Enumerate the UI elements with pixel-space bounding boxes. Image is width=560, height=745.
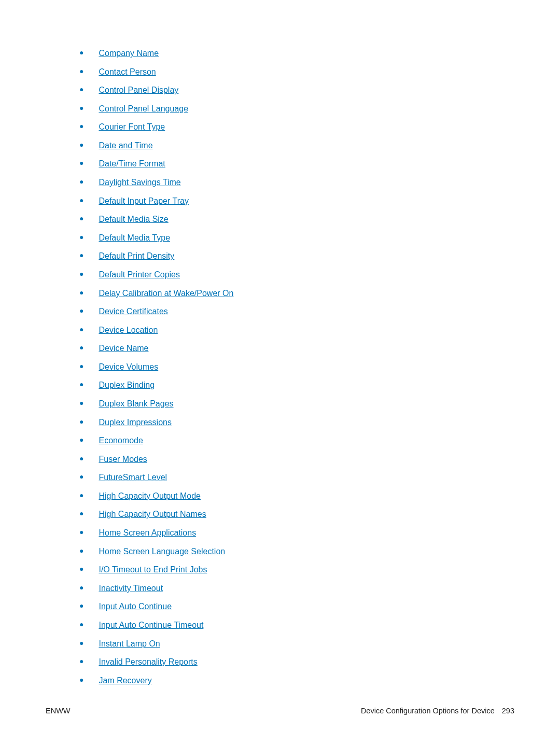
config-option-link[interactable]: Economode — [99, 435, 143, 446]
bullet-icon: ● — [79, 214, 83, 224]
list-item: ●Duplex Binding — [79, 379, 514, 391]
list-item: ●I/O Timeout to End Print Jobs — [79, 564, 514, 575]
list-item: ●Instant Lamp On — [79, 638, 514, 650]
bullet-icon: ● — [79, 85, 83, 95]
list-item: ●Courier Font Type — [79, 121, 514, 133]
link-list-container: ●Company Name●Contact Person●Control Pan… — [46, 48, 514, 686]
config-option-link[interactable]: Fuser Modes — [99, 454, 147, 465]
list-item: ●Device Location — [79, 325, 514, 336]
list-item: ●Input Auto Continue Timeout — [79, 620, 514, 631]
bullet-icon: ● — [79, 454, 83, 464]
footer-left: ENWW — [46, 707, 71, 715]
config-option-link[interactable]: Delay Calibration at Wake/Power On — [99, 288, 233, 299]
config-option-link[interactable]: Duplex Binding — [99, 379, 155, 391]
bullet-icon: ● — [79, 250, 83, 261]
config-option-link[interactable]: Invalid Personality Reports — [99, 656, 197, 668]
config-option-link[interactable]: Control Panel Display — [99, 85, 178, 96]
config-option-link[interactable]: High Capacity Output Names — [99, 509, 206, 520]
config-option-link[interactable]: Default Input Paper Tray — [99, 195, 188, 207]
list-item: ●Device Volumes — [79, 361, 514, 373]
footer-section-title: Device Configuration Options for Device — [361, 707, 495, 715]
list-item: ●Fuser Modes — [79, 454, 514, 465]
bullet-icon: ● — [79, 398, 83, 409]
config-option-link[interactable]: Control Panel Language — [99, 103, 188, 115]
list-item: ●Contact Person — [79, 66, 514, 78]
list-item: ●Home Screen Language Selection — [79, 546, 514, 557]
bullet-icon: ● — [79, 564, 83, 574]
bullet-icon: ● — [79, 195, 83, 206]
config-option-link[interactable]: Jam Recovery — [99, 675, 151, 686]
list-item: ●Default Print Density — [79, 250, 514, 262]
bullet-icon: ● — [79, 288, 83, 298]
bullet-icon: ● — [79, 48, 83, 58]
config-option-link[interactable]: FutureSmart Level — [99, 472, 167, 483]
bullet-icon: ● — [79, 509, 83, 519]
config-option-link[interactable]: Company Name — [99, 48, 159, 59]
list-item: ●Economode — [79, 435, 514, 446]
config-option-link[interactable]: Home Screen Applications — [99, 527, 196, 539]
footer-right: Device Configuration Options for Device … — [361, 707, 514, 715]
config-option-link[interactable]: Default Media Type — [99, 232, 170, 244]
config-option-link[interactable]: Date and Time — [99, 140, 152, 151]
config-option-link[interactable]: Duplex Impressions — [99, 417, 172, 428]
bullet-icon: ● — [79, 490, 83, 501]
list-item: ●Home Screen Applications — [79, 527, 514, 539]
config-option-link[interactable]: Duplex Blank Pages — [99, 398, 173, 410]
config-option-link[interactable]: Home Screen Language Selection — [99, 546, 225, 557]
list-item: ●Company Name — [79, 48, 514, 59]
list-item: ●Duplex Impressions — [79, 417, 514, 428]
bullet-icon: ● — [79, 325, 83, 335]
config-option-link[interactable]: Default Printer Copies — [99, 269, 180, 280]
bullet-icon: ● — [79, 103, 83, 114]
list-item: ●Default Input Paper Tray — [79, 195, 514, 207]
config-option-link[interactable]: Inactivity Timeout — [99, 583, 163, 594]
page-footer: ENWW Device Configuration Options for De… — [46, 707, 514, 715]
config-option-link[interactable]: Input Auto Continue — [99, 601, 172, 612]
config-option-link[interactable]: Input Auto Continue Timeout — [99, 620, 203, 631]
list-item: ●Input Auto Continue — [79, 601, 514, 612]
config-option-link[interactable]: I/O Timeout to End Print Jobs — [99, 564, 207, 575]
list-item: ●Jam Recovery — [79, 675, 514, 686]
config-option-link[interactable]: Device Location — [99, 325, 158, 336]
list-item: ●Default Media Size — [79, 214, 514, 225]
bullet-icon: ● — [79, 601, 83, 611]
bullet-icon: ● — [79, 583, 83, 593]
bullet-icon: ● — [79, 177, 83, 187]
config-option-link[interactable]: Device Certificates — [99, 306, 167, 317]
list-item: ●Device Name — [79, 343, 514, 354]
config-option-link[interactable]: Date/Time Format — [99, 158, 165, 170]
list-item: ●Duplex Blank Pages — [79, 398, 514, 410]
bullet-icon: ● — [79, 638, 83, 649]
list-item: ●Date and Time — [79, 140, 514, 151]
page-content: ●Company Name●Contact Person●Control Pan… — [0, 0, 560, 745]
bullet-icon: ● — [79, 620, 83, 630]
list-item: ●High Capacity Output Mode — [79, 490, 514, 502]
list-item: ●Date/Time Format — [79, 158, 514, 170]
list-item: ●Inactivity Timeout — [79, 583, 514, 594]
list-item: ●Invalid Personality Reports — [79, 656, 514, 668]
config-option-link[interactable]: Contact Person — [99, 66, 156, 78]
config-option-link[interactable]: Instant Lamp On — [99, 638, 160, 650]
list-item: ●Default Media Type — [79, 232, 514, 244]
list-item: ●FutureSmart Level — [79, 472, 514, 483]
bullet-icon: ● — [79, 140, 83, 150]
list-item: ●High Capacity Output Names — [79, 509, 514, 520]
bullet-icon: ● — [79, 417, 83, 427]
config-option-link[interactable]: Device Volumes — [99, 361, 158, 373]
bullet-icon: ● — [79, 435, 83, 445]
bullet-icon: ● — [79, 343, 83, 353]
bullet-icon: ● — [79, 158, 83, 168]
config-option-link[interactable]: Default Print Density — [99, 250, 174, 262]
bullet-icon: ● — [79, 232, 83, 243]
list-item: ●Control Panel Display — [79, 85, 514, 96]
bullet-icon: ● — [79, 121, 83, 132]
link-list: ●Company Name●Contact Person●Control Pan… — [79, 48, 514, 686]
config-option-link[interactable]: Default Media Size — [99, 214, 168, 225]
config-option-link[interactable]: Courier Font Type — [99, 121, 165, 133]
config-option-link[interactable]: Daylight Savings Time — [99, 177, 180, 188]
config-option-link[interactable]: High Capacity Output Mode — [99, 490, 201, 502]
config-option-link[interactable]: Device Name — [99, 343, 148, 354]
bullet-icon: ● — [79, 546, 83, 556]
list-item: ●Daylight Savings Time — [79, 177, 514, 188]
bullet-icon: ● — [79, 472, 83, 482]
